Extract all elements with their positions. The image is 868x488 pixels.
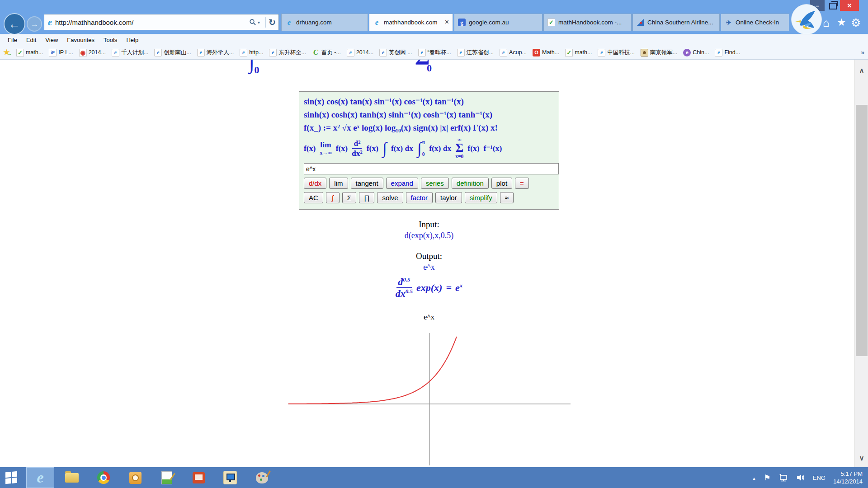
calc-button[interactable]: tangent bbox=[351, 178, 383, 189]
favorite-item[interactable]: math... bbox=[16, 49, 43, 56]
favorite-label: Math... bbox=[542, 49, 559, 56]
calc-button[interactable]: ∏ bbox=[359, 192, 374, 203]
restore-button[interactable] bbox=[827, 0, 838, 11]
tab-online-checkin[interactable]: Online Check-in bbox=[721, 14, 789, 31]
favorite-item[interactable]: 2014... bbox=[347, 49, 373, 56]
favorite-icon bbox=[598, 49, 605, 56]
calc-button[interactable]: plot bbox=[491, 178, 512, 189]
calc-button[interactable]: simplify bbox=[465, 192, 497, 203]
search-icon bbox=[249, 19, 256, 26]
search-caret-icon[interactable] bbox=[258, 20, 260, 25]
menu-item[interactable]: File bbox=[4, 37, 21, 43]
calc-button[interactable]: ≈ bbox=[500, 192, 514, 203]
tab-mathhandbook-2[interactable]: mathHandbook.com -... bbox=[543, 14, 632, 31]
back-button[interactable] bbox=[4, 13, 25, 35]
favorite-item[interactable]: IP L... bbox=[49, 49, 73, 56]
menu-item[interactable]: Tools bbox=[99, 37, 121, 43]
taskbar-display-button[interactable] bbox=[216, 467, 244, 488]
calc-button[interactable]: = bbox=[515, 178, 529, 189]
favorite-item[interactable]: Find... bbox=[715, 49, 740, 56]
derivative-formula: d0.5 dx0.5 exp(x) = ex bbox=[0, 277, 854, 299]
tab-close-icon[interactable] bbox=[445, 19, 449, 26]
favorite-icon bbox=[457, 49, 465, 56]
calc-button[interactable]: definition bbox=[452, 178, 489, 189]
taskbar-file-explorer-button[interactable] bbox=[58, 467, 86, 488]
tab-label: google.com.au bbox=[469, 19, 538, 26]
taskbar-powerpoint-button[interactable] bbox=[184, 467, 212, 488]
address-bar[interactable]: http://mathhandbook.com/ bbox=[44, 14, 279, 30]
taskbar-outlook-button[interactable] bbox=[121, 467, 149, 488]
taskbar-text-editor-button[interactable] bbox=[153, 467, 181, 488]
favorite-item[interactable]: Math... bbox=[533, 49, 559, 56]
scroll-down-button[interactable] bbox=[855, 450, 868, 466]
favorites-button[interactable] bbox=[837, 16, 846, 28]
taskbar-chrome-button[interactable] bbox=[90, 467, 118, 488]
favorite-item[interactable]: 2014... bbox=[79, 49, 106, 56]
favorite-item[interactable]: Chin... bbox=[683, 49, 709, 56]
menu-item[interactable]: Help bbox=[122, 37, 142, 43]
calc-button[interactable]: d/dx bbox=[304, 178, 326, 189]
favorite-label: 东升杯全... bbox=[278, 49, 306, 56]
tab-google[interactable]: google.com.au bbox=[454, 14, 542, 31]
math-line-functions: f(x_) := x² √x eˣ log(x) log₁₀(x) sign(x… bbox=[304, 121, 554, 134]
tab-china-southern[interactable]: China Southern Airline... bbox=[632, 14, 720, 31]
favorite-item[interactable]: 创新南山... bbox=[154, 49, 191, 56]
favorite-item[interactable]: 英创网 ... bbox=[379, 49, 412, 56]
favorite-item[interactable]: 南京领军... bbox=[641, 49, 677, 56]
scroll-up-button[interactable] bbox=[855, 62, 868, 79]
refresh-icon[interactable] bbox=[269, 17, 276, 28]
expression-input[interactable] bbox=[304, 163, 559, 174]
favorite-item[interactable]: 千人计划... bbox=[112, 49, 148, 56]
favorite-item[interactable]: http... bbox=[240, 49, 263, 56]
powerpoint-icon bbox=[193, 472, 205, 483]
calc-button[interactable]: factor bbox=[406, 192, 433, 203]
favorite-item[interactable]: Acup... bbox=[500, 49, 527, 56]
text-editor-icon bbox=[161, 471, 172, 484]
calc-button[interactable]: lim bbox=[329, 178, 348, 189]
favorite-icon bbox=[16, 49, 24, 56]
favorite-item[interactable]: “春晖杯... bbox=[418, 49, 451, 56]
calc-button[interactable]: ∫ bbox=[326, 192, 340, 203]
vertical-scrollbar[interactable] bbox=[854, 60, 868, 467]
tab-favicon bbox=[637, 19, 644, 26]
search-button[interactable] bbox=[249, 19, 260, 26]
close-button[interactable] bbox=[840, 0, 859, 11]
calc-button[interactable]: series bbox=[421, 178, 449, 189]
calc-button[interactable]: Σ bbox=[342, 192, 356, 203]
tray-clock[interactable]: 5:17 PM 14/12/2014 bbox=[833, 470, 863, 485]
menu-item[interactable]: Edit bbox=[22, 37, 40, 43]
result-input-expression: d(exp(x),x,0.5) bbox=[0, 231, 854, 240]
tray-language[interactable]: ENG bbox=[813, 474, 826, 481]
tab-mathhandbook[interactable]: mathhandbook.com bbox=[369, 14, 453, 31]
tray-volume-icon[interactable] bbox=[796, 474, 805, 482]
calc-button[interactable]: taylor bbox=[435, 192, 462, 203]
scroll-thumb[interactable] bbox=[856, 105, 868, 356]
desktop: http://mathhandbook.com/ drhuang.com mat… bbox=[0, 0, 868, 488]
menu-item[interactable]: Favourites bbox=[63, 37, 99, 43]
taskbar-paint-button[interactable] bbox=[248, 467, 276, 488]
tray-network-icon[interactable] bbox=[778, 474, 788, 482]
calc-button[interactable]: solve bbox=[377, 192, 403, 203]
favorite-item[interactable]: math... bbox=[565, 49, 592, 56]
favorite-item[interactable]: 中国科技... bbox=[598, 49, 634, 56]
start-button[interactable] bbox=[0, 467, 23, 488]
favorite-item[interactable]: 海外学人... bbox=[197, 49, 234, 56]
menu-item[interactable]: View bbox=[41, 37, 62, 43]
calc-button[interactable]: expand bbox=[386, 178, 418, 189]
tray-flag-icon[interactable] bbox=[764, 473, 771, 483]
settings-button[interactable] bbox=[851, 16, 861, 29]
tab-drhuang[interactable]: drhuang.com bbox=[281, 14, 368, 31]
favorite-item[interactable]: 东升杯全... bbox=[269, 49, 306, 56]
tray-expand-icon[interactable] bbox=[752, 474, 756, 482]
math-line-trig: sin(x) cos(x) tan(x) sin⁻¹(x) cos⁻¹(x) t… bbox=[304, 95, 554, 108]
favorite-item[interactable]: 首页 -... bbox=[312, 49, 341, 56]
calc-button[interactable]: AC bbox=[304, 192, 323, 203]
address-divider bbox=[265, 17, 266, 28]
address-url[interactable]: http://mathhandbook.com/ bbox=[55, 19, 249, 26]
favorites-overflow-icon[interactable]: » bbox=[861, 49, 864, 56]
favorite-item[interactable]: 江苏省创... bbox=[457, 49, 494, 56]
taskbar-internet-explorer-button[interactable] bbox=[26, 467, 54, 488]
favorites-star-icon[interactable] bbox=[3, 48, 14, 57]
forward-button[interactable] bbox=[27, 16, 42, 32]
home-button[interactable] bbox=[823, 16, 830, 29]
